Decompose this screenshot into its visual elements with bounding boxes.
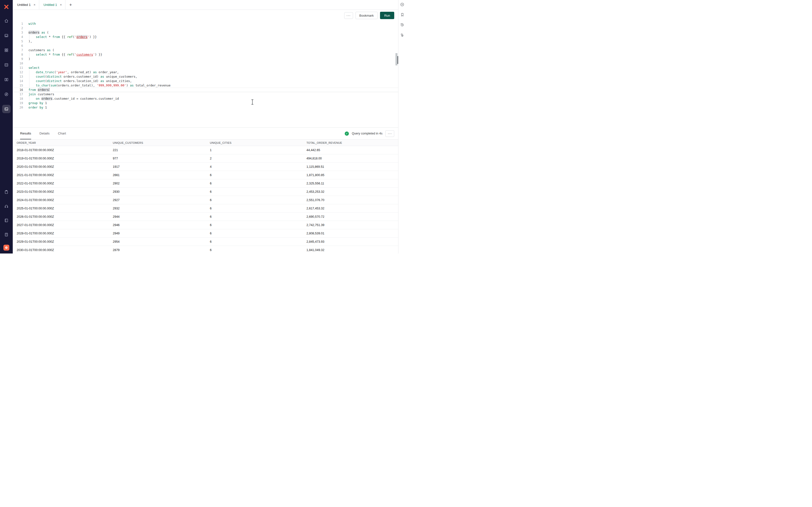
run-button[interactable]: Run (380, 12, 394, 19)
code-text: select * from {{ ref('orders') }} (29, 35, 97, 39)
table-cell: 6 (208, 232, 305, 235)
tab-untitled-1[interactable]: Untitled 1 × (13, 0, 39, 9)
table-row[interactable]: 2026-01-01T00:00:00.000Z294462,690,570.7… (15, 213, 398, 221)
more-options-button[interactable]: ··· (344, 12, 353, 19)
copilot-icon[interactable] (400, 2, 404, 7)
main-area: Untitled 1 × Untitled 1 × + ··· Bookmark… (13, 0, 398, 253)
cursor-click-icon[interactable] (400, 33, 404, 37)
table-row[interactable]: 2021-01-01T00:00:00.000Z266161,871,800.8… (15, 171, 398, 179)
line-number: 20 (13, 105, 23, 110)
code-line-12[interactable]: 12 date_trunc('year', ordered_at) as ord… (13, 70, 398, 74)
table-row[interactable]: 2029-01-01T00:00:00.000Z295462,845,473.9… (15, 238, 398, 246)
table-cell: 6 (208, 182, 305, 185)
support-headset-icon[interactable] (2, 202, 10, 210)
code-line-14[interactable]: 14 count(distinct orders.location_id) as… (13, 79, 398, 83)
close-tab-icon[interactable]: × (60, 3, 62, 6)
table-row[interactable]: 2027-01-01T00:00:00.000Z294662,742,751.3… (15, 221, 398, 229)
code-line-17[interactable]: 17join customers (13, 92, 398, 97)
code-line-5[interactable]: 5), (13, 39, 398, 44)
table-row[interactable]: 2023-01-01T00:00:00.000Z293062,453,253.3… (15, 188, 398, 196)
tab-chart[interactable]: Chart (58, 128, 66, 139)
table-cell: 221 (111, 149, 208, 152)
column-header[interactable]: UNIQUE_CUSTOMERS (111, 141, 208, 144)
table-cell: 2,742,751.39 (305, 223, 398, 227)
line-number: 5 (13, 39, 23, 44)
column-header[interactable]: UNIQUE_CITIES (208, 141, 305, 144)
data-warehouse-icon[interactable] (2, 31, 10, 40)
code-line-18[interactable]: 18 on orders.customer_id = customers.cus… (13, 97, 398, 101)
code-line-7[interactable]: 7customers as ( (13, 48, 398, 52)
code-line-2[interactable]: 2 (13, 26, 398, 31)
editor-scrollbar[interactable] (396, 53, 397, 65)
column-header[interactable]: ORDER_YEAR (15, 141, 111, 144)
query-status: ✓ Query completed in 4s ··· (345, 128, 394, 139)
table-cell: 6 (208, 248, 305, 252)
compare-panels-icon[interactable] (2, 75, 10, 84)
code-line-11[interactable]: 11select (13, 66, 398, 70)
code-editor-icon[interactable] (2, 61, 10, 69)
table-row[interactable]: 2030-01-01T00:00:00.000Z287961,841,049.3… (15, 246, 398, 253)
tab-untitled-2[interactable]: Untitled 1 × (39, 0, 66, 9)
code-text: select (29, 66, 40, 70)
results-body[interactable]: 2018-01-01T00:00:00.000Z221144,442.65201… (15, 146, 398, 253)
table-cell: 2879 (111, 248, 208, 252)
history-icon[interactable] (400, 23, 404, 27)
column-header[interactable]: TOTAL_ORDER_REVENUE (305, 141, 398, 144)
results-more-options-button[interactable]: ··· (386, 130, 394, 137)
code-line-10[interactable]: 10 (13, 61, 398, 66)
close-tab-icon[interactable]: × (34, 3, 36, 6)
table-cell: 2022-01-01T00:00:00.000Z (15, 182, 111, 185)
table-row[interactable]: 2022-01-01T00:00:00.000Z290262,325,556.1… (15, 179, 398, 188)
code-line-4[interactable]: 4 select * from {{ ref('orders') }} (13, 35, 398, 39)
notebook-icon[interactable] (2, 216, 10, 225)
tab-details[interactable]: Details (40, 128, 50, 139)
table-cell: 2661 (111, 173, 208, 177)
code-line-15[interactable]: 15 to_char(sum(orders.order_total), '999… (13, 83, 398, 88)
table-row[interactable]: 2025-01-01T00:00:00.000Z293262,617,453.3… (15, 204, 398, 213)
table-cell: 2030-01-01T00:00:00.000Z (15, 248, 111, 252)
line-number: 2 (13, 26, 23, 31)
sidebar-bottom-nav (2, 188, 10, 250)
table-cell: 2,551,076.70 (305, 199, 398, 202)
code-line-16[interactable]: 16from orders (13, 88, 398, 92)
calculator-icon[interactable] (2, 230, 10, 239)
code-text: count(distinct orders.location_id) as un… (29, 79, 132, 83)
app-logo-icon[interactable] (3, 3, 10, 10)
code-line-1[interactable]: 1with (13, 21, 398, 26)
sql-editor[interactable]: 1with23orders as (4 select * from {{ ref… (13, 21, 398, 127)
code-line-8[interactable]: 8 select * from {{ ref('customers') }} (13, 52, 398, 57)
bookmark-icon[interactable] (400, 13, 404, 17)
table-row[interactable]: 2028-01-01T00:00:00.000Z294962,808,539.0… (15, 229, 398, 238)
terminal-editor-icon[interactable] (2, 105, 10, 113)
bookmark-button[interactable]: Bookmark (355, 12, 378, 19)
table-cell: 2930 (111, 190, 208, 193)
table-row[interactable]: 2019-01-01T00:00:00.000Z9772494,818.00 (15, 154, 398, 163)
code-line-13[interactable]: 13 count(distinct orders.customer_id) as… (13, 74, 398, 79)
code-line-6[interactable]: 6 (13, 44, 398, 48)
table-cell: 1,115,869.51 (305, 165, 398, 169)
table-cell: 2902 (111, 182, 208, 185)
new-tab-button[interactable]: + (65, 0, 76, 9)
code-text: to_char(sum(orders.order_total), '999,99… (29, 83, 171, 88)
results-header-row: ORDER_YEARUNIQUE_CUSTOMERSUNIQUE_CITIEST… (15, 139, 398, 146)
code-text: from orders (29, 88, 49, 92)
code-text: ) (29, 57, 31, 61)
table-cell: 2,325,556.11 (305, 182, 398, 185)
tab-results[interactable]: Results (20, 128, 31, 139)
table-row[interactable]: 2024-01-01T00:00:00.000Z292762,551,076.7… (15, 196, 398, 204)
clipboard-icon[interactable] (2, 188, 10, 196)
table-row[interactable]: 2018-01-01T00:00:00.000Z221144,442.65 (15, 146, 398, 154)
home-icon[interactable] (2, 17, 10, 25)
apps-grid-icon[interactable] (2, 46, 10, 54)
explore-compass-icon[interactable] (2, 90, 10, 99)
code-line-9[interactable]: 9) (13, 57, 398, 61)
table-row[interactable]: 2020-01-01T00:00:00.000Z191741,115,869.5… (15, 163, 398, 171)
table-cell: 6 (208, 173, 305, 177)
table-cell: 2 (208, 157, 305, 160)
code-line-20[interactable]: 20order by 1 (13, 105, 398, 110)
workspace-avatar[interactable] (3, 245, 9, 250)
table-cell: 2018-01-01T00:00:00.000Z (15, 149, 111, 152)
code-line-19[interactable]: 19group by 1 (13, 101, 398, 105)
table-cell: 2025-01-01T00:00:00.000Z (15, 207, 111, 210)
code-line-3[interactable]: 3orders as ( (13, 31, 398, 35)
